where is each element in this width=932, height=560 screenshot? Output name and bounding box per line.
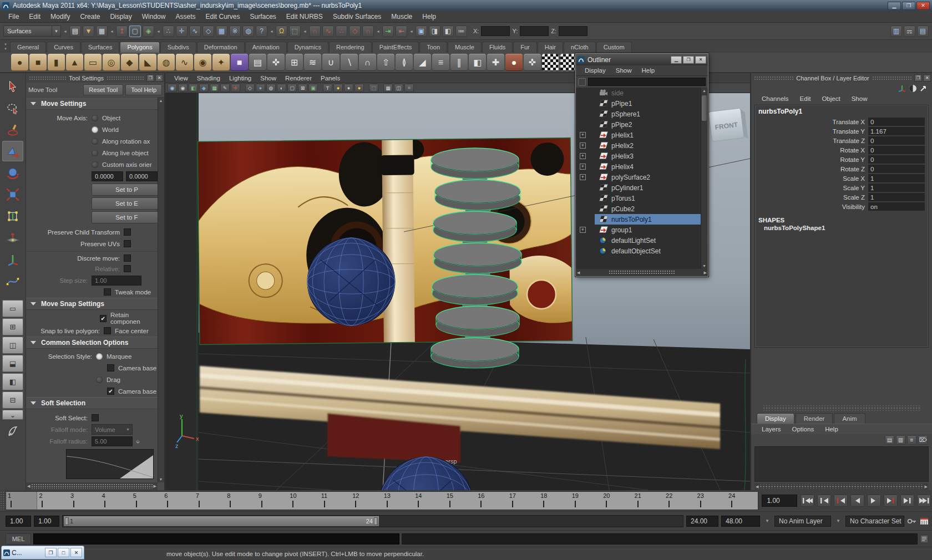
channel-value-field[interactable]: 0	[868, 146, 925, 154]
axis-y-field[interactable]: 0.0000	[126, 171, 158, 181]
soft-modification-tool[interactable]	[2, 227, 23, 248]
frame-21[interactable]: 21	[633, 492, 664, 510]
mask-handles-icon[interactable]: ✛	[176, 26, 188, 37]
poly-helix-icon[interactable]: ∿	[176, 54, 193, 71]
section-common-selection[interactable]: Common Selection Options	[26, 337, 158, 349]
frame-17[interactable]: 17	[508, 492, 539, 510]
anim-layer-select[interactable]: No Anim Layer	[774, 516, 831, 527]
select-hierarchy-icon[interactable]: ↥	[116, 26, 128, 37]
frame-8[interactable]: 8	[225, 492, 256, 510]
layer-delete-icon[interactable]: ⌦	[918, 435, 928, 445]
sculpt-geometry-icon[interactable]: ●	[505, 54, 523, 71]
shelf-tab-deformation[interactable]: Deformation	[197, 42, 245, 53]
shelf-tab-general[interactable]: General	[10, 42, 46, 53]
poly-prism-icon[interactable]: ◆	[121, 54, 138, 71]
split-poly-icon[interactable]: ≡	[432, 54, 449, 71]
layer-tab-display[interactable]: Display	[757, 413, 794, 424]
layer-list[interactable]	[754, 446, 929, 482]
shelf-tab-painteffects[interactable]: PaintEffects	[372, 42, 419, 53]
panel-menu-renderer[interactable]: Renderer	[281, 74, 316, 82]
grease-pencil-icon[interactable]: ✎	[220, 84, 230, 92]
resolution-gate-icon[interactable]: ◫	[394, 84, 403, 92]
shelf-tab-curves[interactable]: Curves	[47, 42, 80, 53]
channel-menu-show[interactable]: Show	[847, 95, 873, 103]
new-scene-icon[interactable]: ▤	[69, 26, 81, 37]
group-collapser-icon[interactable]: ◄	[156, 25, 161, 37]
shelf-tab-fluids[interactable]: Fluids	[482, 42, 513, 53]
group-collapser-icon[interactable]: ◄	[376, 25, 381, 37]
minimize-icon[interactable]: ▁	[671, 56, 682, 64]
shelf-tab-toon[interactable]: Toon	[419, 42, 447, 53]
outliner-item-pPipe2[interactable]: pPipe2	[576, 119, 708, 130]
smooth-mesh-icon[interactable]: ▤	[249, 54, 266, 71]
bridge-icon[interactable]: ≬	[396, 54, 413, 71]
camera-based-checkbox-1[interactable]	[107, 364, 114, 371]
attribute-editor-toggle-icon[interactable]: ⚎	[904, 26, 915, 37]
slider-handle-icon[interactable]: ⬙	[136, 439, 140, 444]
minimize-icon[interactable]: ▁	[888, 2, 901, 10]
boolean-difference-icon[interactable]: ∖	[341, 54, 358, 71]
tweak-mode-checkbox[interactable]	[104, 288, 111, 296]
xray-icon[interactable]: ⊠	[298, 84, 307, 92]
frame-24[interactable]: 24	[727, 492, 758, 510]
command-language-toggle[interactable]: MEL	[6, 533, 31, 544]
preserve-child-checkbox[interactable]	[124, 228, 131, 236]
paint-select-tool[interactable]	[2, 119, 23, 140]
shelf-tab-surfaces[interactable]: Surfaces	[81, 42, 119, 53]
frame-11[interactable]: 11	[320, 492, 351, 510]
shelf-tab-muscle[interactable]: Muscle	[448, 42, 482, 53]
go-to-start-button[interactable]	[801, 495, 814, 507]
snap-view-plane-icon[interactable]: ∩	[362, 26, 374, 37]
menu-display[interactable]: Display	[105, 12, 136, 22]
radio-world[interactable]	[92, 126, 98, 133]
drag-handle[interactable]	[872, 76, 911, 80]
select-component-icon[interactable]: ◈	[143, 26, 154, 37]
node-name[interactable]: nurbsToPoly1	[758, 108, 925, 115]
outliner-item-pSphere1[interactable]: pSphere1	[576, 109, 708, 119]
frame-19[interactable]: 19	[570, 492, 601, 510]
camera-based-checkbox-2[interactable]: ✔	[107, 388, 114, 395]
persp-graph-layout[interactable]: ⬓	[2, 355, 23, 372]
lock-camera-icon[interactable]: ◉	[178, 84, 188, 92]
preserve-uvs-checkbox[interactable]	[124, 240, 131, 247]
outliner-item-polySurface2[interactable]: +polySurface2	[576, 172, 708, 182]
lighting-default-icon[interactable]: ●	[354, 84, 364, 92]
menu-edit-curves[interactable]: Edit Curves	[200, 12, 245, 22]
step-forward-frame-button[interactable]	[900, 495, 914, 507]
lock-selection-icon[interactable]: Ω	[276, 26, 287, 37]
select-object-icon[interactable]: ▢	[129, 26, 141, 37]
animation-end-field[interactable]: 48.00	[721, 516, 760, 527]
play-backward-button[interactable]	[850, 495, 864, 507]
smooth-shade-icon[interactable]: ●	[256, 84, 265, 92]
offset-edge-loop-icon[interactable]: ◧	[469, 54, 486, 71]
extract-icon[interactable]: ≋	[304, 54, 321, 71]
menu-window[interactable]: Window	[137, 12, 171, 22]
menu-file[interactable]: File	[3, 12, 24, 22]
bookmark-icon[interactable]: ◆	[199, 84, 209, 92]
frame-18[interactable]: 18	[539, 492, 570, 510]
frame-15[interactable]: 15	[445, 492, 476, 510]
expand-icon[interactable]: +	[580, 132, 586, 138]
snap-point-icon[interactable]: ∴	[336, 26, 347, 37]
frame-7[interactable]: 7	[194, 492, 225, 510]
channel-value-field[interactable]: 0	[868, 165, 925, 173]
move-tool[interactable]	[2, 141, 23, 161]
poly-sphere-icon[interactable]: ●	[11, 54, 28, 71]
step-back-key-button[interactable]	[834, 495, 848, 507]
close-icon[interactable]: ✕	[70, 548, 82, 557]
scale-tool[interactable]	[2, 184, 23, 205]
shelf-tab-hair[interactable]: Hair	[538, 42, 563, 53]
poly-plane-icon[interactable]: ▭	[84, 54, 102, 71]
scrollbar-thumb[interactable]	[702, 95, 707, 121]
manip-arrow-icon[interactable]	[919, 84, 928, 93]
poly-platonic-icon[interactable]: ✦	[212, 54, 230, 71]
soft-select-checkbox[interactable]	[92, 414, 99, 421]
channel-box-toggle-icon[interactable]: ▥	[890, 26, 902, 37]
poly-cylinder-icon[interactable]: ▮	[48, 54, 65, 71]
channel-menu-object[interactable]: Object	[817, 95, 845, 103]
menu-assets[interactable]: Assets	[170, 12, 200, 22]
new-layer-icon[interactable]: ▤	[885, 435, 894, 445]
play-forward-button[interactable]	[867, 495, 881, 507]
frame-4[interactable]: 4	[100, 492, 131, 510]
universal-manipulator-tool[interactable]	[2, 206, 23, 226]
